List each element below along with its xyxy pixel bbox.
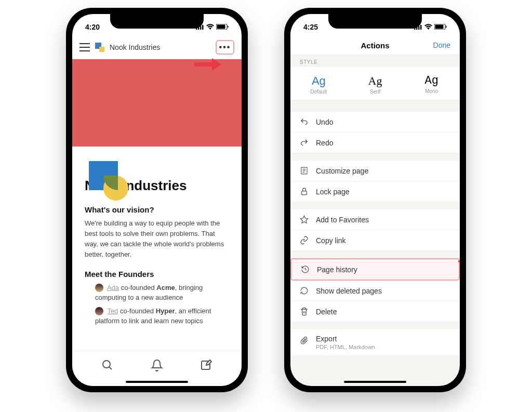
style-mono[interactable]: Ag Mono [403, 67, 460, 100]
svg-rect-14 [435, 25, 444, 29]
search-icon[interactable] [101, 359, 114, 371]
breadcrumb-title[interactable]: Nook Industries [110, 43, 210, 51]
svg-rect-5 [217, 25, 225, 29]
phone-mockup-right: 4:25 Actions Done ST [284, 8, 466, 392]
notch [328, 14, 422, 29]
svg-rect-15 [446, 26, 447, 28]
time-label: 4:20 [85, 23, 100, 31]
arrow-annotation [194, 57, 223, 72]
notifications-icon[interactable] [151, 359, 163, 371]
undo-icon [300, 117, 309, 126]
action-show-deleted[interactable]: Show deleted pages [290, 281, 460, 301]
history-icon [301, 265, 310, 274]
actions-title: Actions [361, 41, 389, 50]
section-heading[interactable]: What's our vision? [85, 205, 229, 214]
star-icon [300, 215, 309, 224]
actions-header: Actions Done [290, 36, 460, 55]
menu-icon[interactable] [79, 43, 90, 51]
battery-icon [434, 24, 447, 30]
home-indicator [344, 381, 406, 383]
svg-point-7 [103, 361, 110, 368]
svg-rect-6 [228, 26, 229, 28]
done-button[interactable]: Done [433, 41, 450, 49]
restore-icon [300, 286, 309, 295]
mention-link[interactable]: Ted [107, 307, 118, 315]
battery-icon [216, 24, 229, 30]
svg-rect-12 [420, 25, 422, 30]
section-label: STYLE [290, 55, 460, 67]
svg-rect-2 [200, 26, 202, 30]
compose-icon[interactable] [200, 359, 212, 371]
page-icon [95, 43, 104, 52]
svg-rect-3 [202, 25, 204, 30]
link-icon [300, 236, 309, 245]
phone-mockup-left: 4:20 Nook [66, 8, 248, 392]
action-delete[interactable]: Delete [290, 301, 460, 322]
svg-rect-11 [418, 26, 420, 30]
time-label: 4:25 [303, 23, 318, 31]
founder-item[interactable]: Ted co-founded Hyper, an efficient platf… [85, 306, 229, 326]
attachment-icon [300, 336, 309, 345]
action-lock-page[interactable]: Lock page [290, 181, 460, 202]
more-button[interactable]: ••• [216, 40, 234, 55]
redo-icon [300, 138, 309, 147]
action-redo[interactable]: Redo [290, 132, 460, 153]
arrow-annotation [456, 254, 460, 269]
action-export[interactable]: Export PDF, HTML, Markdown [290, 329, 460, 356]
svg-rect-17 [302, 191, 307, 195]
action-customize-page[interactable]: Customize page [290, 161, 460, 181]
lock-icon [300, 187, 309, 196]
avatar [95, 307, 103, 315]
wifi-icon [424, 24, 432, 30]
avatar [95, 284, 103, 292]
founder-item[interactable]: Ada co-founded Acme, bringing computing … [85, 283, 229, 303]
style-row: Ag Default Ag Serif Ag Mono [290, 67, 460, 100]
bottom-tabbar [72, 351, 242, 386]
action-add-favorites[interactable]: Add to Favorites [290, 209, 460, 230]
trash-icon [300, 307, 309, 316]
mention-link[interactable]: Ada [107, 284, 119, 291]
customize-icon [300, 166, 309, 175]
cover-image [72, 59, 242, 147]
style-default[interactable]: Ag Default [290, 67, 347, 100]
action-page-history[interactable]: Page history [290, 258, 460, 281]
notch [110, 14, 204, 29]
body-text[interactable]: We're building a way to equip people wit… [85, 218, 229, 260]
action-undo[interactable]: Undo [290, 112, 460, 132]
nav-bar: Nook Industries ••• [72, 36, 242, 59]
section-heading[interactable]: Meet the Founders [85, 270, 229, 278]
home-indicator [126, 381, 188, 383]
wifi-icon [206, 24, 214, 30]
action-copy-link[interactable]: Copy link [290, 230, 460, 251]
style-serif[interactable]: Ag Serif [347, 67, 404, 100]
